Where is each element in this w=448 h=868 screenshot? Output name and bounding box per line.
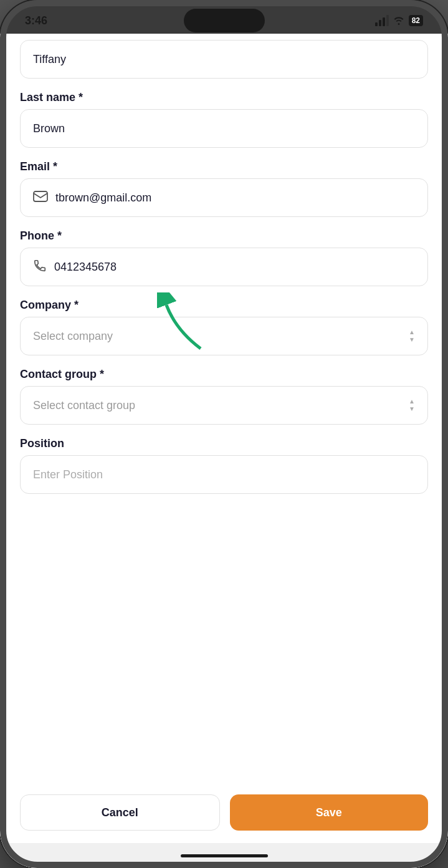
signal-icon [375, 15, 389, 26]
contact-group-label: Contact group * [20, 368, 428, 381]
home-bar [181, 854, 268, 857]
position-placeholder: Enter Position [33, 468, 103, 481]
first-name-value: Tiffany [33, 53, 66, 66]
contact-group-field: Contact group * Select contact group ▲ ▼ [20, 368, 428, 425]
signal-bar-1 [375, 22, 378, 26]
phone-field: Phone * 0412345678 [20, 229, 428, 286]
home-indicator-area [0, 843, 448, 868]
position-label: Position [20, 437, 428, 450]
status-time: 3:46 [25, 14, 47, 27]
email-field: Email * tbrown@gmail.com [20, 160, 428, 217]
contact-group-placeholder: Select contact group [33, 399, 135, 412]
first-name-field: Tiffany [20, 40, 428, 79]
last-name-value: Brown [33, 122, 65, 135]
signal-bar-4 [386, 15, 389, 26]
phone-icon [33, 259, 47, 276]
position-field: Position Enter Position [20, 437, 428, 494]
last-name-field: Last name * Brown [20, 91, 428, 148]
phone-frame: 3:46 82 Tiffany [0, 0, 448, 868]
form-container: Tiffany Last name * Brown Email * [0, 34, 448, 788]
phone-input[interactable]: 0412345678 [20, 248, 428, 286]
signal-bar-3 [383, 17, 385, 26]
company-placeholder: Select company [33, 330, 113, 343]
phone-value: 0412345678 [54, 261, 117, 274]
contact-group-arrows-icon: ▲ ▼ [409, 398, 415, 412]
mail-icon [33, 191, 48, 205]
company-field: Company * Select company ▲ ▼ [20, 299, 428, 355]
status-icons: 82 [375, 15, 423, 27]
screen: Tiffany Last name * Brown Email * [0, 34, 448, 868]
battery-badge: 82 [409, 15, 423, 26]
dynamic-island [184, 9, 265, 32]
phone-label: Phone * [20, 229, 428, 243]
last-name-input[interactable]: Brown [20, 109, 428, 148]
position-input[interactable]: Enter Position [20, 455, 428, 494]
email-input[interactable]: tbrown@gmail.com [20, 178, 428, 217]
first-name-input[interactable]: Tiffany [20, 40, 428, 79]
last-name-label: Last name * [20, 91, 428, 104]
company-arrows-icon: ▲ ▼ [409, 329, 415, 343]
company-select[interactable]: Select company ▲ ▼ [20, 317, 428, 355]
svg-rect-0 [34, 191, 47, 201]
company-label: Company * [20, 299, 428, 312]
buttons-row: Cancel Save [0, 788, 448, 843]
cancel-button[interactable]: Cancel [20, 794, 220, 831]
wifi-icon [393, 15, 405, 27]
email-label: Email * [20, 160, 428, 173]
email-value: tbrown@gmail.com [55, 191, 151, 205]
signal-bar-2 [379, 20, 381, 26]
save-button[interactable]: Save [230, 794, 429, 831]
contact-group-select[interactable]: Select contact group ▲ ▼ [20, 386, 428, 425]
